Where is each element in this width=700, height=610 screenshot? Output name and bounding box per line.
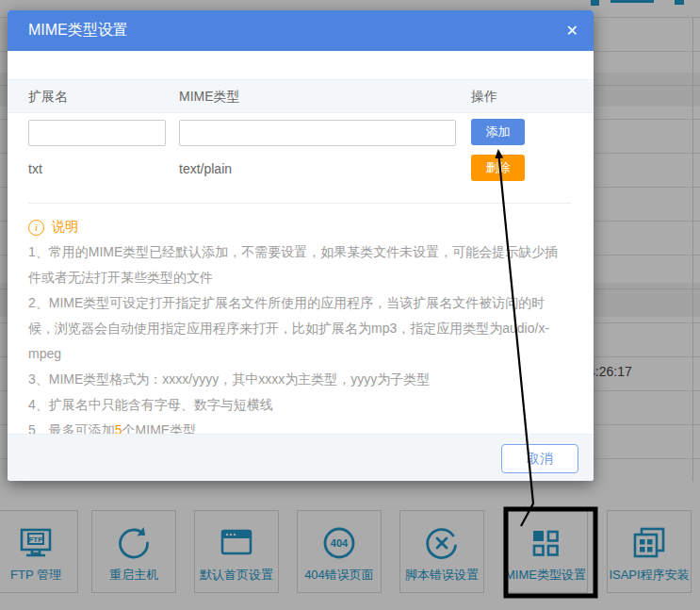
mime-type-input[interactable] xyxy=(179,120,456,146)
cancel-button[interactable]: 取消 xyxy=(501,444,578,473)
extension-input[interactable] xyxy=(28,120,166,146)
dialog-header: MIME类型设置 ✕ xyxy=(8,10,594,51)
info-note: 2、MIME类型可设定打开指定扩展名文件所使用的应用程序，当该扩展名文件被访问的… xyxy=(28,290,563,367)
column-header-extension: 扩展名 xyxy=(28,89,68,106)
dialog-footer: 取消 xyxy=(8,434,594,481)
screen: 4:26:17 FTP FTP 管理 重启主机 xyxy=(0,0,700,610)
row-mime-value: text/plain xyxy=(179,161,232,176)
mime-settings-dialog: MIME类型设置 ✕ 扩展名 MIME类型 操作 添加 txt text/pla… xyxy=(8,10,594,481)
info-section: i 说明 1、常用的MIME类型已经默认添加，不需要设置，如果某类文件未设置，可… xyxy=(28,203,571,443)
info-note: 3、MIME类型格式为：xxxx/yyyy，其中xxxx为主类型，yyyy为子类… xyxy=(28,367,563,392)
dialog-title: MIME类型设置 xyxy=(28,21,128,41)
add-button[interactable]: 添加 xyxy=(471,119,525,145)
close-icon[interactable]: ✕ xyxy=(566,10,578,51)
info-note: 1、常用的MIME类型已经默认添加，不需要设置，如果某类文件未设置，可能会提示缺… xyxy=(28,239,563,290)
delete-button[interactable]: 删除 xyxy=(471,155,525,181)
row-extension-value: txt xyxy=(28,161,42,176)
table-header-row: 扩展名 MIME类型 操作 xyxy=(8,79,594,113)
info-icon: i xyxy=(28,220,44,236)
info-heading-row: i 说明 xyxy=(28,219,571,236)
column-header-mime-type: MIME类型 xyxy=(179,89,240,106)
info-heading: 说明 xyxy=(52,219,78,236)
column-header-operation: 操作 xyxy=(471,89,497,106)
info-note: 4、扩展名中只能含有字母、数字与短横线 xyxy=(28,392,563,418)
